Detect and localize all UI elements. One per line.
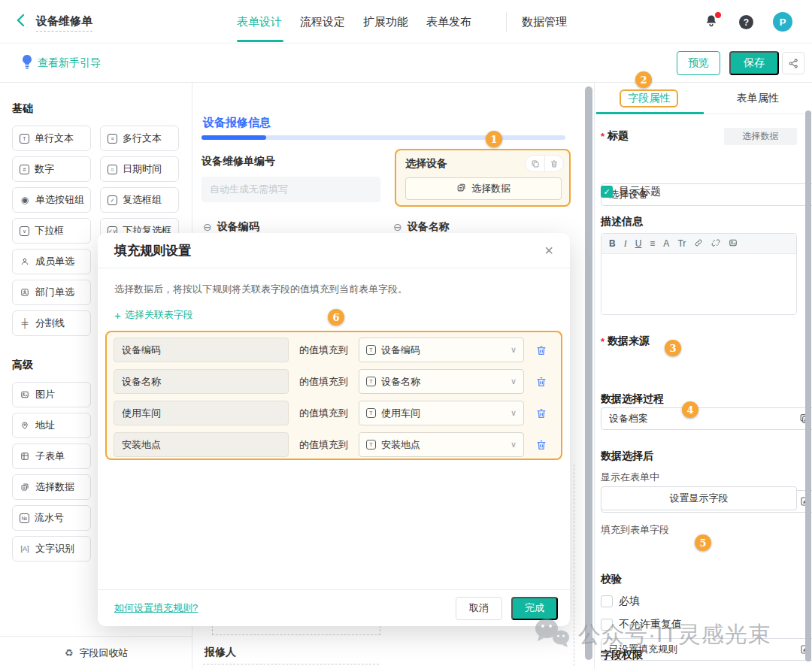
delete-field-icon[interactable] xyxy=(544,156,563,171)
share-icon[interactable] xyxy=(782,52,804,74)
no-duplicate-option[interactable]: 不允许重复值 xyxy=(601,618,797,631)
unlink-icon[interactable] xyxy=(711,238,720,249)
select-device-field-selected[interactable]: 选择设备 选择数据 xyxy=(395,149,571,207)
font-color-icon[interactable]: A xyxy=(663,239,669,248)
dialog-title: 填充规则设置 xyxy=(114,242,191,259)
ocr-icon: [A] xyxy=(20,546,30,552)
field-serial-number[interactable]: №流水号 xyxy=(12,505,91,531)
delete-rule-icon[interactable] xyxy=(535,439,547,451)
confirm-button[interactable]: 完成 xyxy=(511,597,558,620)
tab-form-design[interactable]: 表单设计 xyxy=(237,15,282,29)
link-icon[interactable] xyxy=(694,238,703,249)
bold-icon[interactable]: B xyxy=(609,239,616,248)
single-text-icon: T xyxy=(366,377,376,386)
field-member-select[interactable]: 成员单选 xyxy=(12,249,91,274)
tab-extensions[interactable]: 扩展功能 xyxy=(363,15,408,29)
preview-button[interactable]: 预览 xyxy=(677,51,720,75)
delete-rule-icon[interactable] xyxy=(535,407,547,419)
panel-scrollbar-thumb[interactable] xyxy=(805,110,811,661)
font-size-icon[interactable]: Tr xyxy=(677,239,686,248)
target-field-select[interactable]: T 设备编码 ∨ xyxy=(359,338,524,362)
chevron-down-icon: ∨ xyxy=(511,377,517,386)
source-field: 使用车间 xyxy=(114,401,289,425)
divider-icon: ╪ xyxy=(20,319,30,328)
field-multi-text[interactable]: ≡多行文本 xyxy=(100,126,179,151)
section-title[interactable]: 设备报修信息 xyxy=(203,116,271,130)
field-checkbox-group[interactable]: ✓复选框组 xyxy=(100,187,179,213)
required-option[interactable]: 必填 xyxy=(601,595,797,608)
description-textarea[interactable] xyxy=(601,254,796,314)
field-divider[interactable]: ╪分割线 xyxy=(12,310,91,336)
tab-field-properties[interactable]: 字段属性 xyxy=(595,83,704,114)
panel-active-tab-underline xyxy=(596,112,704,114)
show-title-option[interactable]: ✓ 显示标题 xyxy=(601,185,797,198)
number-icon: # xyxy=(20,165,29,174)
description-editor[interactable]: B I U ≡ A Tr xyxy=(601,233,797,315)
fill-rule-row: 安装地点 的值填充到 T 安装地点 ∨ xyxy=(114,432,554,457)
italic-icon[interactable]: I xyxy=(624,239,627,248)
field-subform[interactable]: 子表单 xyxy=(12,443,91,469)
checkbox-unchecked-icon[interactable] xyxy=(601,619,613,631)
fill-rules-dialog: 填充规则设置 × 选择数据后，将按以下规则将关联表字段的值填充到当前表单字段。 … xyxy=(98,233,570,626)
notifications-bell-icon[interactable] xyxy=(704,13,720,31)
field-image[interactable]: 图片 xyxy=(12,382,91,407)
target-field-select[interactable]: T 使用车间 ∨ xyxy=(359,401,524,425)
device-code-field[interactable]: ⊖ 设备编码 xyxy=(203,220,259,234)
top-bar: 设备维修单 表单设计 流程设定 扩展功能 表单发布 数据管理 ? P xyxy=(0,0,812,44)
underline-icon[interactable]: U xyxy=(635,239,642,248)
align-icon[interactable]: ≡ xyxy=(650,239,655,248)
tab-workflow[interactable]: 流程设定 xyxy=(300,15,345,29)
delete-rule-icon[interactable] xyxy=(535,344,547,356)
target-field-select[interactable]: T 安装地点 ∨ xyxy=(359,432,524,457)
copy-field-icon[interactable] xyxy=(526,156,544,171)
serial-field[interactable]: 设备维修单编号 自动生成无需填写 xyxy=(201,155,380,202)
cancel-button[interactable]: 取消 xyxy=(456,597,502,620)
insert-image-icon[interactable] xyxy=(729,238,738,249)
field-datetime[interactable]: ⌗日期时间 xyxy=(100,156,179,182)
field-ocr[interactable]: [A]文字识别 xyxy=(12,536,91,562)
serial-field-input[interactable]: 自动生成无需填写 xyxy=(201,177,380,202)
field-type-chip: 选择数据 xyxy=(724,128,797,145)
how-to-set-rules-link[interactable]: 如何设置填充规则? xyxy=(114,601,198,615)
data-source-input[interactable]: 设备档案 xyxy=(601,407,812,430)
select-data-button[interactable]: 选择数据 xyxy=(405,177,562,200)
field-department-select[interactable]: 部门单选 xyxy=(12,280,91,305)
save-button[interactable]: 保存 xyxy=(729,51,779,75)
field-select[interactable]: ∨下拉框 xyxy=(12,218,91,244)
device-name-field[interactable]: ⊖ 设备名称 xyxy=(393,220,450,234)
set-display-fields-button[interactable]: 设置显示字段 xyxy=(601,486,797,510)
tab-form-properties[interactable]: 表单属性 xyxy=(704,83,812,114)
data-source-label-row: * 数据来源 xyxy=(601,334,797,348)
back-icon[interactable] xyxy=(15,14,30,29)
target-field-select[interactable]: T 设备名称 ∨ xyxy=(359,369,524,394)
field-recycle-bin[interactable]: ♻ 字段回收站 xyxy=(0,636,192,669)
checkbox-checked-icon[interactable]: ✓ xyxy=(601,186,613,198)
field-select-data[interactable]: 选择数据 xyxy=(12,474,91,500)
field-radio-group[interactable]: ◉单选按钮组 xyxy=(12,187,91,213)
tab-divider xyxy=(506,12,507,32)
add-related-field-link[interactable]: + 选择关联表字段 xyxy=(114,308,193,322)
chevron-down-icon: ∨ xyxy=(511,408,517,418)
checkbox-unchecked-icon[interactable] xyxy=(601,595,613,607)
help-icon[interactable]: ? xyxy=(739,15,753,29)
field-placeholder-line xyxy=(203,664,379,664)
annotation-badge-1: 1 xyxy=(486,131,502,147)
field-single-text[interactable]: T单行文本 xyxy=(12,126,91,151)
form-title[interactable]: 设备维修单 xyxy=(36,14,92,32)
avatar[interactable]: P xyxy=(773,12,792,32)
delete-rule-icon[interactable] xyxy=(535,376,547,388)
notification-dot xyxy=(715,12,721,18)
tab-data-management[interactable]: 数据管理 xyxy=(522,15,567,29)
field-number[interactable]: #数字 xyxy=(12,156,91,182)
beginner-guide-link[interactable]: 查看新手引导 xyxy=(38,56,101,70)
fill-rule-row: 设备编码 的值填充到 T 设备编码 ∨ xyxy=(114,338,554,362)
subform-table-icon xyxy=(20,452,30,461)
fill-rules-list: 设备编码 的值填充到 T 设备编码 ∨ 设备名称 的值填充到 T 设备名称 ∨ … xyxy=(105,331,562,460)
canvas-scrollbar-thumb[interactable] xyxy=(585,86,592,660)
field-placeholder-edge xyxy=(574,465,574,666)
close-icon[interactable]: × xyxy=(544,243,553,258)
tab-publish[interactable]: 表单发布 xyxy=(426,15,471,29)
field-address[interactable]: 地址 xyxy=(12,413,91,438)
reporter-field-label[interactable]: 报修人 xyxy=(205,646,236,659)
location-pin-icon xyxy=(20,421,30,430)
